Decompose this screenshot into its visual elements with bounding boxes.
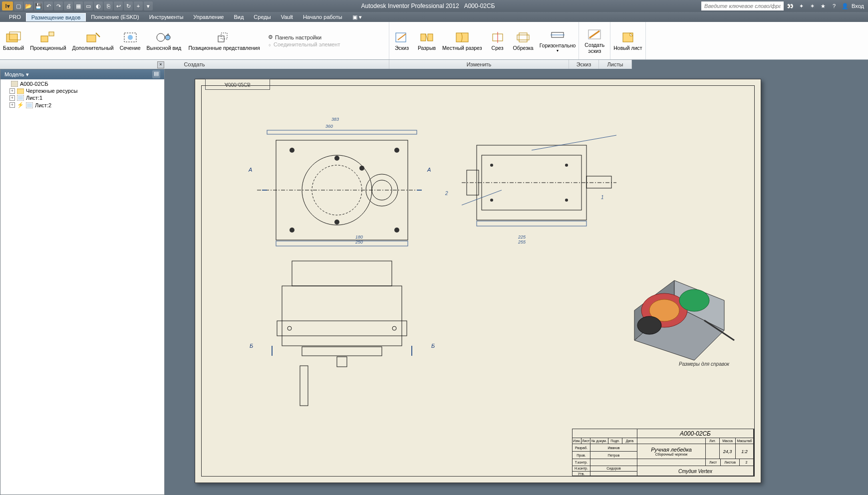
- tab-manage[interactable]: Управление: [188, 13, 229, 21]
- qat-update-icon[interactable]: ↻: [124, 1, 133, 10]
- svg-rect-66: [300, 366, 308, 406]
- section-b-right: Б: [431, 343, 435, 349]
- new-sheet-icon: [620, 31, 636, 44]
- tree-root[interactable]: А000-02СБ: [1, 80, 163, 87]
- binoculars-icon[interactable]: 👀: [786, 1, 795, 10]
- new-sheet-button[interactable]: Новый лист: [610, 22, 645, 59]
- svg-point-54: [565, 164, 568, 167]
- section-view-button[interactable]: Сечение: [117, 22, 144, 59]
- search-input[interactable]: [701, 1, 784, 10]
- front-view[interactable]: [262, 255, 431, 410]
- qat-redo-icon[interactable]: ↷: [54, 1, 63, 10]
- svg-rect-4: [87, 35, 96, 42]
- tab-tools[interactable]: Инструменты: [144, 13, 189, 21]
- model-browser-panel: × Модель ▾ ▤ А000-02СБ + Чертежные ресур…: [0, 69, 165, 495]
- title-block[interactable]: А000-02СБ Изм. Лист № докум. Подп. Дата …: [572, 429, 754, 476]
- create-sketch-button[interactable]: Создать эскиз: [579, 22, 610, 59]
- tb-doc-no: А000-02СБ: [637, 429, 754, 438]
- svg-line-57: [532, 135, 616, 150]
- svg-rect-29: [27, 103, 32, 107]
- comm-icon[interactable]: ✦: [797, 1, 806, 10]
- exchange-icon[interactable]: ✶: [808, 1, 817, 10]
- svg-rect-61: [277, 321, 407, 336]
- svg-point-55: [565, 199, 568, 202]
- app-menu-button[interactable]: I▾: [2, 1, 13, 10]
- svg-rect-0: [6, 34, 17, 42]
- qat-material-icon[interactable]: ◐: [94, 1, 103, 10]
- top-plan-view[interactable]: [247, 120, 431, 249]
- expand-toggle[interactable]: +: [9, 102, 15, 108]
- panel-close-button[interactable]: ×: [157, 61, 164, 68]
- svg-rect-60: [282, 286, 402, 346]
- break-button[interactable]: Разрыв: [414, 22, 439, 59]
- local-section-icon: [454, 31, 470, 44]
- svg-rect-27: [18, 96, 23, 100]
- slice-button[interactable]: Срез: [485, 22, 510, 59]
- svg-rect-25: [17, 89, 24, 94]
- crop-button[interactable]: Обрезка: [510, 22, 537, 59]
- qat-save-icon[interactable]: 💾: [34, 1, 43, 10]
- lightning-icon: ⚡: [17, 102, 24, 108]
- panel-settings-button[interactable]: ⚙ Панель настройки: [268, 34, 340, 40]
- tab-annotation-eskd[interactable]: Пояснение (ESKD): [86, 13, 144, 21]
- sketch-button[interactable]: Эскиз: [389, 22, 414, 59]
- svg-rect-30: [267, 130, 417, 134]
- callout-2: 2: [445, 191, 448, 196]
- ribbon: Базовый Проекционный Дополнительный Сече…: [0, 22, 868, 60]
- qat-more-icon[interactable]: ▾: [144, 1, 153, 10]
- favorite-icon[interactable]: ★: [819, 1, 828, 10]
- svg-rect-3: [49, 32, 54, 36]
- auxiliary-view-button[interactable]: Дополнительный: [69, 22, 117, 59]
- base-view-button[interactable]: Базовый: [0, 22, 27, 59]
- projected-view-icon: [40, 31, 56, 44]
- svg-point-53: [490, 199, 493, 202]
- projected-view-button[interactable]: Проекционный: [27, 22, 69, 59]
- tab-extra[interactable]: ▣ ▾: [347, 13, 367, 21]
- tab-environments[interactable]: Среды: [249, 13, 276, 21]
- expand-toggle[interactable]: +: [9, 95, 15, 101]
- help-icon[interactable]: ?: [830, 1, 839, 10]
- qat-undo-icon[interactable]: ↶: [44, 1, 53, 10]
- panel-filter-button[interactable]: ▤: [152, 70, 160, 78]
- ribbon-tabs: PRO Размещение видов Пояснение (ESKD) Ин…: [0, 12, 868, 22]
- tab-get-started[interactable]: Начало работы: [298, 13, 347, 21]
- detail-view-button[interactable]: A Выносной вид: [144, 22, 184, 59]
- local-section-button[interactable]: Местный разрез: [439, 22, 485, 59]
- qat-open-icon[interactable]: 📂: [24, 1, 33, 10]
- svg-point-43: [359, 166, 364, 171]
- qat-return-icon[interactable]: ↩: [114, 1, 123, 10]
- drawing-canvas[interactable]: А000-02СБ 383 360 180 250 225 255 А А Б …: [165, 69, 868, 495]
- horizontal-icon: [550, 28, 566, 41]
- qat-export-icon[interactable]: ▦: [74, 1, 83, 10]
- drawing-sheet[interactable]: А000-02СБ 383 360 180 250 225 255 А А Б …: [195, 79, 761, 483]
- tree-item-resources[interactable]: + Чертежные ресурсы: [1, 87, 163, 94]
- login-link[interactable]: Вход: [852, 3, 864, 9]
- user-icon[interactable]: 👤: [841, 1, 850, 10]
- horizontal-button[interactable]: Горизонтально ▾: [537, 22, 579, 59]
- tab-view[interactable]: Вид: [229, 13, 249, 21]
- svg-point-40: [394, 228, 399, 233]
- qat-select-icon[interactable]: ▭: [84, 1, 93, 10]
- svg-point-7: [157, 33, 165, 41]
- qat-link-icon[interactable]: ⎘: [104, 1, 113, 10]
- qat-print-icon[interactable]: 🖨: [64, 1, 73, 10]
- svg-rect-2: [41, 36, 48, 42]
- qat-new-icon[interactable]: ▢: [14, 1, 23, 10]
- side-view[interactable]: [461, 130, 621, 245]
- create-sketch-icon: [586, 28, 602, 41]
- 3d-isometric-view[interactable]: [604, 250, 744, 370]
- expand-toggle[interactable]: +: [9, 88, 15, 94]
- tree-item-sheet2[interactable]: + ⚡ Лист:2: [1, 101, 163, 109]
- positional-button[interactable]: Позиционные представления: [184, 22, 264, 59]
- svg-rect-18: [519, 33, 527, 42]
- tab-pro[interactable]: PRO: [4, 13, 26, 21]
- svg-point-75: [637, 316, 661, 334]
- tree-item-sheet1[interactable]: + Лист:1: [1, 94, 163, 101]
- tab-vault[interactable]: Vault: [276, 13, 298, 21]
- detail-view-icon: A: [156, 31, 172, 44]
- tab-place-views[interactable]: Размещение видов: [26, 13, 86, 21]
- qat-plus-icon[interactable]: +: [134, 1, 143, 10]
- group-label-modify: Изменить: [389, 60, 569, 69]
- connector-button: ⬨ Соединительный элемент: [268, 41, 340, 47]
- crop-icon: [515, 31, 531, 44]
